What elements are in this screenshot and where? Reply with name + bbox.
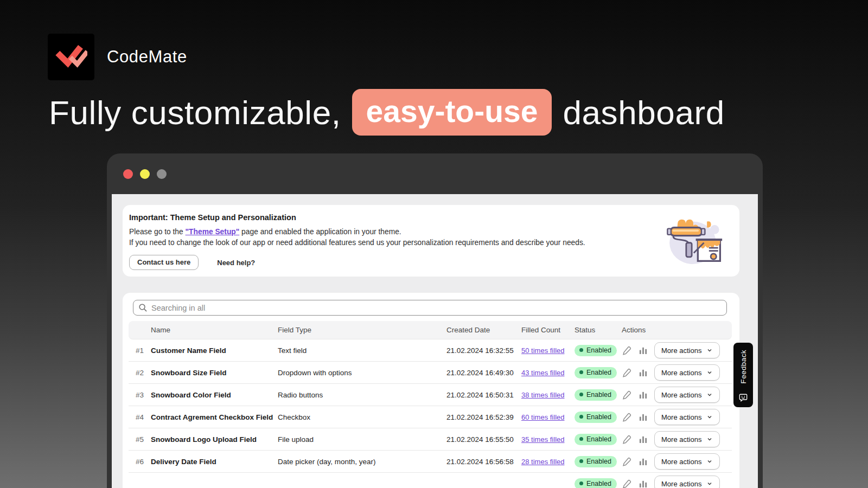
stats-icon[interactable] bbox=[639, 457, 648, 466]
stats-icon[interactable] bbox=[639, 435, 648, 444]
status-badge: Enabled bbox=[575, 367, 617, 378]
stats-icon[interactable] bbox=[639, 479, 648, 488]
stats-icon[interactable] bbox=[639, 390, 648, 400]
status-dot-icon bbox=[579, 370, 583, 374]
row-index: #2 bbox=[136, 369, 151, 377]
row-actions: More actions bbox=[622, 431, 732, 447]
notice-line1-pre: Please go to the bbox=[129, 228, 186, 236]
filled-count-link[interactable]: 60 times filled bbox=[521, 413, 575, 421]
codemate-logo-icon bbox=[48, 34, 94, 80]
edit-icon[interactable] bbox=[622, 412, 632, 422]
status-dot-icon bbox=[579, 393, 583, 396]
notice-line1-post: page and enabled the application in your… bbox=[239, 228, 401, 236]
filled-count-link[interactable]: 35 times filled bbox=[521, 435, 575, 444]
field-type: Date picker (day, month, year) bbox=[278, 458, 446, 466]
row-actions: More actions bbox=[622, 409, 732, 425]
headline-highlight: easy-to-use bbox=[352, 89, 552, 136]
more-actions-button[interactable]: More actions bbox=[654, 453, 720, 470]
notice-title: Important: Theme Setup and Personalizati… bbox=[129, 213, 733, 222]
chevron-down-icon bbox=[706, 347, 713, 354]
stats-icon[interactable] bbox=[639, 413, 648, 422]
created-date: 21.02.2024 16:50:31 bbox=[446, 391, 521, 399]
created-date: 21.02.2024 16:56:58 bbox=[446, 458, 521, 466]
chevron-down-icon bbox=[706, 414, 713, 420]
more-actions-button[interactable]: More actions bbox=[654, 431, 720, 447]
window-content: Important: Theme Setup and Personalizati… bbox=[112, 194, 758, 488]
filled-count-link[interactable]: 43 times filled bbox=[521, 369, 575, 377]
column-header-filled-count: Filled Count bbox=[521, 326, 575, 334]
close-window-icon[interactable] bbox=[123, 169, 133, 179]
row-index: #5 bbox=[136, 435, 151, 444]
table-row-partial: Enabled More actions bbox=[129, 473, 732, 488]
chevron-down-icon bbox=[706, 458, 713, 465]
more-actions-button[interactable]: More actions bbox=[654, 342, 720, 358]
more-actions-button[interactable]: More actions bbox=[654, 364, 720, 381]
row-index: #4 bbox=[136, 413, 151, 421]
column-header-name: Name bbox=[151, 326, 278, 334]
column-header-field-type: Field Type bbox=[278, 326, 446, 334]
more-actions-button[interactable]: More actions bbox=[654, 409, 720, 425]
chevron-down-icon bbox=[706, 391, 713, 398]
table-row: #5 Snowboard Logo Upload Field File uplo… bbox=[129, 428, 732, 451]
more-actions-button[interactable]: More actions bbox=[654, 476, 720, 488]
created-date: 21.02.2024 16:55:50 bbox=[446, 435, 521, 444]
notice-actions: Contact us here Need help? bbox=[129, 255, 733, 270]
created-date: 21.02.2024 16:49:30 bbox=[446, 369, 521, 377]
table-row: #1 Customer Name Field Text field 21.02.… bbox=[129, 339, 732, 362]
fields-table-card: Name Field Type Created Date Filled Coun… bbox=[123, 293, 739, 488]
filled-count-link[interactable]: 50 times filled bbox=[521, 346, 575, 355]
created-date: 21.02.2024 16:52:39 bbox=[446, 413, 521, 421]
field-name: Customer Name Field bbox=[151, 346, 278, 355]
status-badge: Enabled bbox=[575, 456, 617, 467]
more-actions-button[interactable]: More actions bbox=[654, 387, 720, 403]
search-input[interactable] bbox=[151, 304, 722, 312]
page-title: Fully customizable, easy-to-use dashboar… bbox=[49, 89, 725, 136]
stats-icon[interactable] bbox=[639, 346, 648, 355]
edit-icon[interactable] bbox=[622, 434, 632, 445]
column-header-status: Status bbox=[575, 326, 622, 334]
edit-icon[interactable] bbox=[622, 390, 632, 400]
status-badge: Enabled bbox=[575, 478, 617, 488]
field-type: File upload bbox=[278, 435, 446, 444]
edit-icon[interactable] bbox=[622, 345, 632, 356]
edit-icon[interactable] bbox=[622, 457, 632, 467]
status-badge: Enabled bbox=[575, 434, 617, 445]
status-dot-icon bbox=[579, 348, 583, 352]
need-help-link[interactable]: Need help? bbox=[217, 259, 255, 267]
search-bar bbox=[133, 300, 727, 316]
field-type: Radio buttons bbox=[278, 391, 446, 399]
field-type: Text field bbox=[278, 346, 446, 355]
row-index: #1 bbox=[136, 346, 151, 355]
field-name: Delivery Date Field bbox=[151, 458, 278, 466]
minimize-window-icon[interactable] bbox=[140, 169, 150, 179]
double-checkmark-icon bbox=[55, 41, 87, 73]
filled-count-link[interactable]: 38 times filled bbox=[521, 391, 575, 399]
status-dot-icon bbox=[579, 481, 583, 485]
maximize-window-icon[interactable] bbox=[157, 169, 167, 179]
field-name: Contract Agrement Checkbox Field bbox=[151, 413, 278, 421]
edit-icon[interactable] bbox=[622, 479, 632, 488]
feedback-label: Feedback bbox=[739, 350, 748, 384]
headline-pre: Fully customizable, bbox=[49, 93, 341, 132]
column-header-created-date: Created Date bbox=[446, 326, 521, 334]
filled-count-link[interactable]: 28 times filled bbox=[521, 458, 575, 466]
row-actions: More actions bbox=[622, 387, 732, 403]
stats-icon[interactable] bbox=[639, 368, 648, 377]
notice-line-2: If you need to change the look of our ap… bbox=[129, 237, 733, 248]
window-titlebar bbox=[107, 153, 763, 194]
edit-icon[interactable] bbox=[622, 368, 632, 378]
row-index: #6 bbox=[136, 458, 151, 466]
contact-us-button[interactable]: Contact us here bbox=[129, 255, 199, 270]
notice-line-1: Please go to the "Theme Setup" page and … bbox=[129, 227, 733, 237]
row-actions: More actions bbox=[622, 453, 732, 470]
theme-setup-link[interactable]: "Theme Setup" bbox=[186, 228, 240, 236]
row-actions: More actions bbox=[622, 476, 732, 488]
field-type: Checkbox bbox=[278, 413, 446, 421]
column-header-actions: Actions bbox=[622, 326, 732, 334]
table-row: #4 Contract Agrement Checkbox Field Chec… bbox=[129, 406, 732, 428]
smiley-bubble-icon bbox=[739, 393, 748, 402]
brand-name: CodeMate bbox=[107, 47, 187, 67]
feedback-tab[interactable]: Feedback bbox=[733, 343, 753, 407]
status-badge: Enabled bbox=[575, 345, 617, 356]
chevron-down-icon bbox=[706, 436, 713, 442]
